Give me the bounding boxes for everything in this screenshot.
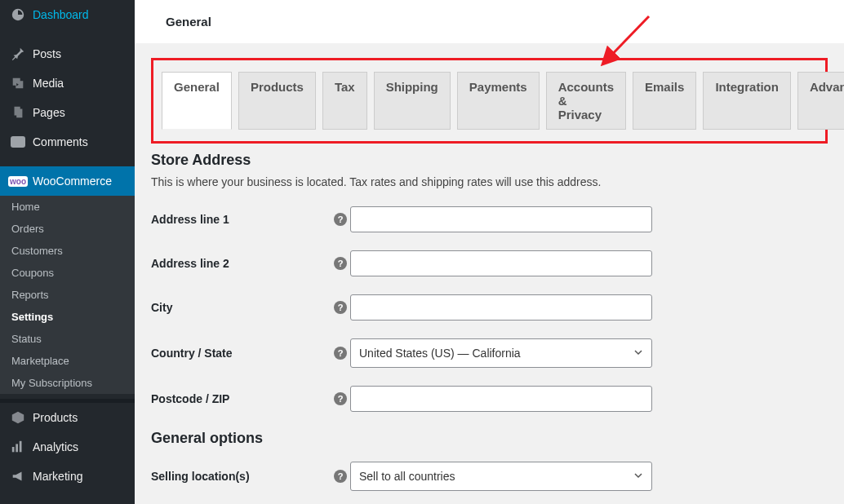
sidebar-item-label: Pages	[33, 106, 65, 119]
submenu-item-orders[interactable]: Orders	[0, 218, 135, 240]
woocommerce-icon: woo	[10, 173, 26, 189]
sidebar-item-woocommerce[interactable]: woo WooCommerce	[0, 166, 135, 196]
chevron-down-icon	[633, 470, 643, 483]
submenu-item-my-subscriptions[interactable]: My Subscriptions	[0, 372, 135, 394]
select-country-state[interactable]: United States (US) — California	[350, 338, 652, 368]
help-icon[interactable]: ?	[331, 257, 350, 270]
input-address2[interactable]	[350, 250, 652, 276]
submenu-item-settings[interactable]: Settings	[0, 306, 135, 328]
dashboard-icon	[10, 7, 26, 23]
svg-rect-0	[12, 447, 15, 452]
input-address1[interactable]	[350, 206, 652, 232]
sidebar-item-comments[interactable]: Comments	[0, 127, 135, 157]
submenu-item-customers[interactable]: Customers	[0, 240, 135, 262]
tab-integration[interactable]: Integration	[703, 72, 791, 130]
sidebar-item-media[interactable]: Media	[0, 69, 135, 98]
input-city[interactable]	[350, 294, 652, 321]
select-selling-location[interactable]: Sell to all countries	[350, 462, 652, 491]
tab-emails[interactable]: Emails	[633, 72, 696, 130]
select-value: Sell to all countries	[359, 470, 455, 483]
sidebar-item-label: Marketing	[33, 470, 82, 483]
tab-advanced[interactable]: Advanced	[797, 72, 844, 130]
analytics-icon	[10, 439, 26, 455]
chevron-down-icon	[633, 347, 643, 360]
svg-rect-1	[16, 444, 18, 452]
section-title-store-address: Store Address	[151, 152, 828, 169]
admin-sidebar: Dashboard Posts Media Pages Comments woo…	[0, 0, 135, 504]
submenu-item-coupons[interactable]: Coupons	[0, 262, 135, 284]
sidebar-item-label: Products	[33, 411, 78, 424]
svg-rect-2	[20, 441, 22, 453]
help-icon[interactable]: ?	[331, 301, 350, 314]
sidebar-item-label: Dashboard	[33, 8, 89, 21]
label-address2: Address line 2	[151, 257, 331, 270]
products-icon	[10, 409, 26, 426]
submenu-item-marketplace[interactable]: Marketplace	[0, 350, 135, 372]
main-content: General General Products Tax Shipping Pa…	[135, 0, 844, 504]
tab-products[interactable]: Products	[238, 72, 316, 130]
submenu-item-home[interactable]: Home	[0, 196, 135, 218]
input-postcode[interactable]	[350, 386, 652, 412]
tab-accounts-privacy[interactable]: Accounts & Privacy	[546, 72, 626, 130]
label-address1: Address line 1	[151, 213, 331, 226]
sidebar-item-label: WooCommerce	[33, 175, 112, 188]
sidebar-item-label: Posts	[33, 47, 61, 60]
media-icon	[10, 75, 26, 91]
label-city: City	[151, 301, 331, 314]
tab-general[interactable]: General	[162, 72, 232, 130]
page-heading: General	[135, 0, 844, 43]
sidebar-item-analytics[interactable]: Analytics	[0, 432, 135, 462]
sidebar-item-label: Comments	[33, 135, 88, 148]
tab-payments[interactable]: Payments	[457, 72, 540, 130]
help-icon[interactable]: ?	[331, 347, 350, 360]
woocommerce-submenu: Home Orders Customers Coupons Reports Se…	[0, 196, 135, 394]
sidebar-item-marketing[interactable]: Marketing	[0, 462, 135, 491]
comments-icon	[10, 134, 26, 150]
tab-tax[interactable]: Tax	[322, 72, 367, 130]
label-selling-location: Selling location(s)	[151, 470, 331, 483]
sidebar-item-dashboard[interactable]: Dashboard	[0, 0, 135, 29]
help-icon[interactable]: ?	[331, 392, 350, 405]
label-postcode: Postcode / ZIP	[151, 392, 331, 405]
help-icon[interactable]: ?	[331, 213, 350, 226]
label-country-state: Country / State	[151, 347, 331, 360]
sidebar-item-pages[interactable]: Pages	[0, 98, 135, 127]
sidebar-item-products[interactable]: Products	[0, 403, 135, 432]
sidebar-item-label: Analytics	[33, 440, 78, 453]
marketing-icon	[10, 468, 26, 484]
help-icon[interactable]: ?	[331, 470, 350, 483]
sidebar-item-label: Media	[33, 77, 64, 90]
submenu-item-status[interactable]: Status	[0, 328, 135, 350]
settings-tabs-container: General Products Tax Shipping Payments A…	[151, 58, 828, 144]
pages-icon	[10, 104, 26, 121]
section-desc-store-address: This is where your business is located. …	[151, 175, 828, 188]
section-title-general-options: General options	[151, 430, 828, 447]
pin-icon	[10, 46, 26, 62]
tab-shipping[interactable]: Shipping	[374, 72, 451, 130]
sidebar-item-posts[interactable]: Posts	[0, 39, 135, 69]
submenu-item-reports[interactable]: Reports	[0, 284, 135, 306]
select-value: United States (US) — California	[359, 347, 521, 360]
